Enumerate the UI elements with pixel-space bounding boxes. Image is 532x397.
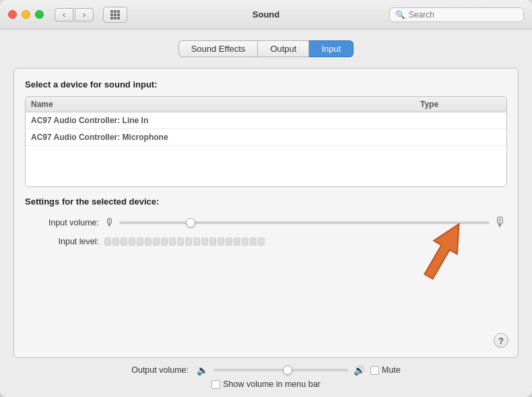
tab-output[interactable]: Output bbox=[258, 40, 309, 57]
col-name-header: Name bbox=[31, 100, 420, 109]
level-bar-10 bbox=[177, 238, 184, 246]
search-bar[interactable]: 🔍 bbox=[389, 7, 524, 22]
bottom-bar: Output volume: 🔈 🔊 Mute Show volume in m… bbox=[0, 358, 532, 397]
input-volume-label: Input volume: bbox=[25, 218, 99, 227]
device-table: Name Type AC97 Audio Controller: Line In… bbox=[25, 96, 507, 187]
table-empty-area bbox=[26, 146, 506, 186]
show-volume-row: Show volume in menu bar bbox=[211, 380, 321, 389]
input-level-label: Input level: bbox=[25, 237, 99, 246]
output-volume-label: Output volume: bbox=[131, 365, 189, 375]
level-bar-8 bbox=[161, 238, 168, 246]
device-name-1: AC97 Audio Controller: Line In bbox=[31, 116, 420, 125]
output-volume-thumb[interactable] bbox=[283, 365, 292, 375]
input-volume-slider-container: 🎙 🎙 bbox=[104, 215, 507, 230]
level-bar-5 bbox=[137, 238, 143, 246]
table-row[interactable]: AC97 Audio Controller: Microphone bbox=[26, 129, 506, 146]
volume-high-icon: 🔊 bbox=[354, 365, 365, 375]
level-bar-2 bbox=[112, 238, 119, 246]
table-row[interactable]: AC97 Audio Controller: Line In bbox=[26, 112, 506, 129]
grid-icon bbox=[110, 10, 120, 20]
search-icon: 🔍 bbox=[395, 10, 405, 20]
maximize-button[interactable] bbox=[35, 10, 44, 19]
main-window: ‹ › Sound 🔍 Sound Effects Output Input S… bbox=[0, 0, 532, 397]
help-button[interactable]: ? bbox=[494, 333, 508, 348]
table-header: Name Type bbox=[26, 97, 506, 112]
level-bar-19 bbox=[250, 238, 257, 246]
settings-label: Settings for the selected device: bbox=[25, 196, 507, 207]
tab-sound-effects[interactable]: Sound Effects bbox=[178, 40, 259, 57]
mute-checkbox-box[interactable] bbox=[370, 366, 379, 375]
level-bar-16 bbox=[226, 238, 232, 246]
level-bar-6 bbox=[145, 238, 152, 246]
show-volume-checkbox[interactable] bbox=[211, 380, 220, 389]
device-type-1 bbox=[420, 116, 501, 125]
titlebar: ‹ › Sound 🔍 bbox=[0, 0, 532, 30]
input-level-bars bbox=[104, 238, 265, 246]
level-bar-14 bbox=[209, 238, 216, 246]
output-volume-row: Output volume: 🔈 🔊 Mute bbox=[13, 365, 519, 375]
mic-loud-icon: 🎙 bbox=[494, 215, 507, 230]
show-volume-label: Show volume in menu bar bbox=[223, 380, 321, 389]
traffic-lights bbox=[8, 10, 44, 19]
back-button[interactable]: ‹ bbox=[55, 8, 73, 22]
level-bar-20 bbox=[258, 238, 265, 246]
forward-button[interactable]: › bbox=[75, 8, 94, 22]
content-area: Sound Effects Output Input Select a devi… bbox=[0, 30, 532, 358]
device-type-2 bbox=[420, 133, 501, 142]
level-bar-17 bbox=[234, 238, 240, 246]
level-bar-9 bbox=[169, 238, 176, 246]
minimize-button[interactable] bbox=[22, 10, 30, 19]
level-bar-1 bbox=[104, 238, 111, 246]
level-bar-13 bbox=[201, 238, 208, 246]
input-volume-thumb[interactable] bbox=[186, 218, 195, 227]
close-button[interactable] bbox=[8, 10, 17, 19]
level-bar-12 bbox=[193, 238, 200, 246]
col-type-header: Type bbox=[420, 100, 501, 109]
output-volume-slider[interactable] bbox=[213, 369, 348, 371]
tab-bar: Sound Effects Output Input bbox=[13, 40, 519, 57]
level-bar-3 bbox=[121, 238, 127, 246]
window-title: Sound bbox=[253, 9, 279, 20]
volume-low-icon: 🔈 bbox=[197, 365, 208, 375]
level-bar-11 bbox=[185, 238, 192, 246]
nav-buttons: ‹ › bbox=[55, 8, 94, 22]
panel-title: Select a device for sound input: bbox=[25, 79, 507, 89]
input-volume-slider[interactable] bbox=[119, 221, 490, 224]
mute-label: Mute bbox=[382, 365, 401, 375]
level-bar-4 bbox=[129, 238, 135, 246]
mute-checkbox[interactable]: Mute bbox=[370, 365, 401, 375]
level-bar-7 bbox=[153, 238, 160, 246]
input-level-row: Input level: bbox=[25, 237, 507, 246]
grid-view-button[interactable] bbox=[103, 7, 127, 23]
input-volume-row: Input volume: 🎙 🎙 bbox=[25, 215, 507, 230]
level-bar-18 bbox=[242, 238, 248, 246]
tab-input[interactable]: Input bbox=[309, 40, 354, 57]
search-input[interactable] bbox=[409, 10, 518, 20]
level-bar-15 bbox=[218, 238, 224, 246]
device-name-2: AC97 Audio Controller: Microphone bbox=[31, 133, 420, 142]
settings-panel: Select a device for sound input: Name Ty… bbox=[13, 68, 519, 358]
mic-quiet-icon: 🎙 bbox=[104, 217, 115, 229]
